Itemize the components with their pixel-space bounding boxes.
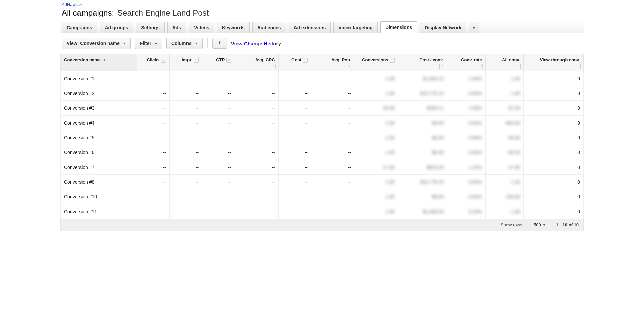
tab-keywords[interactable]: Keywords [217,22,250,33]
svg-rect-0 [218,45,221,45]
help-icon[interactable]: ? [390,58,395,63]
table-row: Conversion #8------------1.00$10,776.100… [61,175,584,189]
help-icon[interactable]: ? [347,64,352,69]
tab-ads[interactable]: Ads [167,22,186,33]
metric-cell: -- [137,145,169,160]
tab-video-targeting[interactable]: Video targeting [333,22,378,33]
chevron-down-icon [543,224,546,226]
metric-cell-blurred: 27.00 [355,160,398,175]
help-icon[interactable]: ? [271,64,276,69]
column-header-conversions[interactable]: Conversions? [355,54,398,71]
view-through-cell: 0 [524,160,584,175]
metric-cell-blurred: 94.00 [485,145,524,160]
column-header-avg-cpc[interactable]: Avg. CPC? [235,54,278,71]
column-header-view-through-conv-[interactable]: View-through conv.? [524,54,584,71]
help-icon[interactable]: ? [516,64,521,69]
help-icon[interactable]: ? [161,58,166,63]
metric-cell: -- [202,189,235,204]
rows-value: 500 [534,222,541,227]
help-icon[interactable]: ? [226,58,231,63]
metric-cell-blurred: 40.00 [355,101,398,116]
metric-cell-blurred: 0.00% [447,189,485,204]
metric-cell: -- [311,189,355,204]
tab-campaigns[interactable]: Campaigns [62,22,97,33]
view-through-cell: 0 [524,189,584,204]
tab-videos[interactable]: Videos [189,22,214,33]
metric-cell-blurred: 0.00% [447,175,485,189]
metric-cell-blurred: 400.00 [485,116,524,130]
metric-cell: -- [169,101,202,116]
column-header-ctr[interactable]: CTR? [202,54,235,71]
metric-cell: -- [311,101,355,116]
metric-cell: -- [202,160,235,175]
tab-more-dropdown[interactable] [469,22,479,33]
metric-cell: -- [169,204,202,219]
view-change-history-link[interactable]: View Change History [231,41,281,46]
metric-cell: -- [235,116,278,130]
column-header-conv-rate[interactable]: Conv. rate? [447,54,485,71]
metric-cell-blurred: 1.10% [447,160,485,175]
table-row: Conversion #6------------1.00$0.000.00%9… [61,145,584,160]
metric-cell-blurred: $0.00 [398,189,447,204]
chevron-down-icon [473,27,475,29]
metric-cell: -- [311,175,355,189]
column-label: Clicks [147,57,159,62]
metric-cell-blurred: $10,776.10 [398,86,447,101]
column-label: Avg. Pos. [331,57,351,62]
table-row: Conversion #4------------1.00$0.000.00%4… [61,116,584,130]
tab-dimensions[interactable]: Dimensions [380,21,417,33]
metric-cell: -- [278,101,311,116]
filter-dropdown[interactable]: Filter [135,38,162,49]
metric-cell-blurred: 199.00 [485,189,524,204]
help-icon[interactable]: ? [576,64,581,69]
columns-label: Columns [171,41,192,46]
breadcrumb-link[interactable]: AdHawk [62,2,78,7]
column-header-clicks[interactable]: Clicks? [137,54,169,71]
column-header-avg-pos-[interactable]: Avg. Pos.? [311,54,355,71]
metric-cell: -- [235,145,278,160]
download-button[interactable] [212,38,227,49]
column-header-conversion-name[interactable]: Conversion name↑ [61,54,137,71]
metric-cell-blurred: 1.00 [355,86,398,101]
view-dropdown[interactable]: View: Conversion name [62,38,131,49]
column-header-all-conv-[interactable]: All conv.? [485,54,524,71]
conversion-name-cell: Conversion #1 [61,71,137,86]
metric-cell: -- [169,116,202,130]
metric-cell: -- [202,145,235,160]
metric-cell-blurred: 0.10% [447,204,485,219]
tab-display-network[interactable]: Display Network [420,22,466,33]
help-icon[interactable]: ? [194,58,199,63]
column-label: Conversions [362,57,388,62]
metric-cell: -- [235,189,278,204]
column-header-cost-conv-[interactable]: Cost / conv.? [398,54,447,71]
metric-cell-blurred: 27.00 [485,160,524,175]
columns-dropdown[interactable]: Columns [166,38,203,49]
tab-ad-extensions[interactable]: Ad extensions [289,22,331,33]
help-icon[interactable]: ? [303,58,308,63]
metric-cell: -- [235,71,278,86]
title-name: Search Engine Land Post [117,8,209,18]
metric-cell-blurred: 1.00% [447,71,485,86]
conversion-table: Conversion name↑Clicks?Impr.?CTR?Avg. CP… [60,54,584,219]
table-header-row: Conversion name↑Clicks?Impr.?CTR?Avg. CP… [61,54,584,71]
tab-ad-groups[interactable]: Ad groups [100,22,133,33]
chevron-down-icon [123,43,126,44]
column-label: CTR [216,57,225,62]
metric-cell: -- [311,204,355,219]
help-icon[interactable]: ? [439,64,444,69]
tab-settings[interactable]: Settings [136,22,164,33]
metric-cell: -- [137,116,169,130]
metric-cell-blurred: 1.00 [355,189,398,204]
metric-cell: -- [311,86,355,101]
tab-audiences[interactable]: Audiences [252,22,286,33]
column-header-impr-[interactable]: Impr.? [169,54,202,71]
metric-cell-blurred: 0.00% [447,86,485,101]
view-through-cell: 0 [524,130,584,145]
column-header-cost[interactable]: Cost? [278,54,311,71]
column-label: Cost / conv. [419,57,444,62]
rows-per-page-select[interactable]: 500 [529,222,546,227]
metric-cell: -- [202,86,235,101]
help-icon[interactable]: ? [478,64,483,69]
table-row: Conversion #1------------1.00$1,000.101.… [61,71,584,86]
table-row: Conversion #3------------40.00$200.111.0… [61,101,584,116]
